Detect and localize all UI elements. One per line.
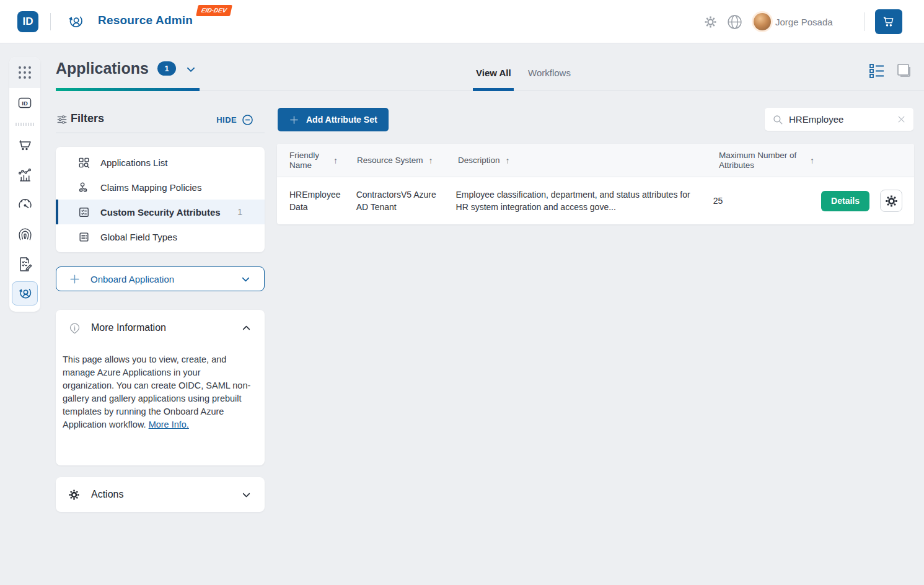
plus-icon [69,273,81,285]
column-label: Maximum Number of Attributes [719,151,804,170]
search-input[interactable] [789,114,891,125]
form-edit-icon [17,257,33,272]
cell-description: Employee classification, department, and… [456,188,713,213]
person-sync-icon [67,13,84,30]
filters-title: Filters [71,112,104,125]
more-information-panel: More Information This page allows you to… [56,310,265,465]
analytics-chart-icon [17,167,33,183]
filter-item-label: Custom Security Attributes [100,207,221,218]
more-information-header[interactable]: More Information [56,310,265,346]
rail-divider-dots [9,118,40,130]
more-information-body: This page allows you to view, create, an… [56,346,265,431]
checklist-icon [78,206,90,218]
filter-item-applications-list[interactable]: Applications List [56,150,265,175]
rail-item-dashboard[interactable] [9,190,40,219]
column-header-resource-system[interactable]: Resource System ↑ [357,156,458,165]
filter-item-claims-mapping-policies[interactable]: Claims Mapping Policies [56,175,265,200]
settings-gear-icon[interactable] [704,15,717,29]
search-icon [772,114,783,125]
user-name[interactable]: Jorge Posada [775,17,833,27]
rail-item-resource-admin-active[interactable] [9,279,40,308]
details-button[interactable]: Details [821,191,869,211]
column-header-description[interactable]: Description ↑ [458,156,719,165]
chevron-down-icon [240,273,252,285]
id-badge-icon: ID [17,95,33,111]
filter-item-label: Claims Mapping Policies [100,182,201,193]
person-sync-icon [12,281,38,306]
filter-item-label: Global Field Types [100,232,177,242]
list-view-toggle-icon[interactable] [869,63,886,78]
column-label: Resource System [357,156,423,165]
rail-item-requests[interactable] [9,249,40,279]
onboard-application-label: Onboard Application [90,274,174,284]
globe-icon[interactable] [727,14,742,30]
column-header-max-attributes[interactable]: Maximum Number of Attributes ↑ [719,151,829,170]
chevron-up-icon [240,322,252,334]
cart-icon [882,15,895,28]
row-actions: Details [821,190,914,212]
waffle-icon [19,66,31,79]
filter-item-count: 1 [237,207,242,217]
attribute-sets-table: Friendly Name ↑ Resource System ↑ Descri… [277,144,914,224]
info-text: This page allows you to view, create, an… [63,354,250,429]
cell-max-attributes: 25 [713,195,821,207]
cell-friendly-name: HREmployeeData [277,188,356,213]
sort-asc-icon: ↑ [506,156,510,165]
filter-item-custom-security-attributes[interactable]: Custom Security Attributes 1 [56,200,265,224]
sort-asc-icon: ↑ [333,156,338,165]
rail-item-analytics[interactable] [9,160,40,190]
info-icon [68,322,81,335]
divider [50,13,51,30]
top-bar: ID Resource Admin EID-DEV Jorge Posada [0,0,924,43]
row-settings-button[interactable] [880,190,902,212]
cell-resource-system: ContractorsV5 Azure AD Tenant [356,188,456,213]
page-header: Applications 1 [56,59,197,77]
environment-badge: EID-DEV [196,5,232,16]
column-label: Description [458,156,500,165]
gear-icon [68,489,80,501]
plus-icon [289,115,299,125]
active-tab-indicator [473,88,514,91]
chevron-down-icon[interactable] [185,63,197,76]
tab-view-all[interactable]: View All [476,68,511,78]
applications-list-icon [78,157,90,169]
svg-text:ID: ID [22,100,28,107]
cart-button[interactable] [875,9,902,34]
divider [56,133,265,133]
filter-sliders-icon [56,114,68,125]
filter-item-label: Applications List [100,157,167,168]
gauge-icon [17,197,33,213]
record-count-badge: 1 [157,61,176,76]
brand-logo[interactable]: ID [17,11,38,32]
rail-item-id[interactable]: ID [9,88,40,118]
tab-workflows[interactable]: Workflows [528,68,571,78]
app-launcher-button[interactable] [9,57,40,88]
filter-list: Applications List Claims Mapping Policie… [56,147,265,252]
card-view-toggle-icon[interactable] [895,63,912,79]
gear-icon [885,195,898,208]
rail-item-identity[interactable] [9,219,40,249]
claims-mapping-icon [78,182,90,193]
filter-item-global-field-types[interactable]: Global Field Types [56,224,265,249]
table-header-row: Friendly Name ↑ Resource System ↑ Descri… [277,144,914,177]
actions-panel[interactable]: Actions [56,477,265,512]
add-attribute-set-button[interactable]: Add Attribute Set [278,108,389,131]
onboard-application-button[interactable]: Onboard Application [56,266,265,291]
column-header-friendly-name[interactable]: Friendly Name ↑ [277,151,357,170]
more-info-link[interactable]: More Info. [149,420,189,429]
icon-rail: ID [9,57,40,312]
hide-label: HIDE [216,115,237,125]
sort-asc-icon: ↑ [810,156,814,165]
fingerprint-icon [17,227,33,242]
brand-logo-text: ID [23,15,33,28]
user-avatar[interactable] [754,13,771,30]
clear-search-icon[interactable] [897,115,906,124]
hide-filters-button[interactable]: HIDE [216,114,253,126]
table-row: HREmployeeData ContractorsV5 Azure AD Te… [277,177,914,224]
title-gradient-underline [56,88,200,91]
divider [864,12,865,31]
rail-item-cart[interactable] [9,130,40,160]
actions-label: Actions [91,489,123,500]
column-label: Friendly Name [289,151,328,170]
app-title: Resource Admin [98,14,193,27]
